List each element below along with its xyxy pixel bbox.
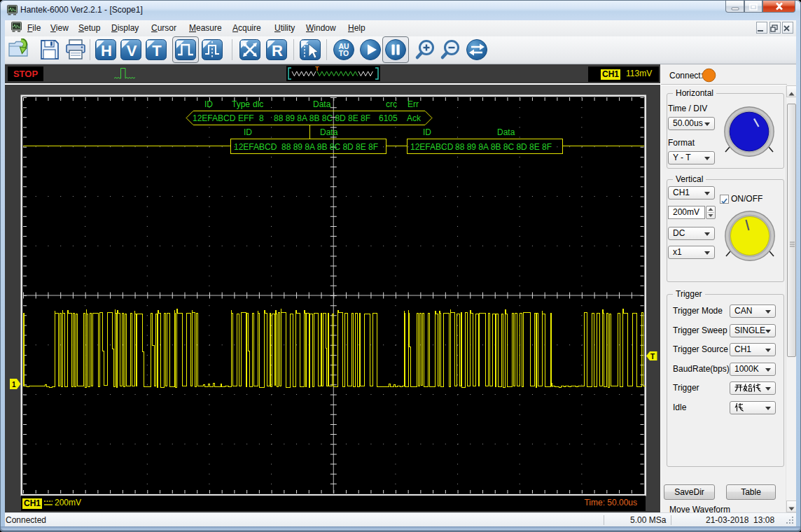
svg-text:crc: crc — [386, 99, 397, 109]
svg-text:ID: ID — [423, 127, 431, 137]
svg-text:Err: Err — [408, 99, 419, 109]
svg-text:ID: ID — [244, 127, 252, 137]
svg-text:88 89 8A 8B 8C 8D 8E 8F: 88 89 8A 8B 8C 8D 8E 8F — [455, 142, 552, 152]
svg-text:12EFABCD: 12EFABCD — [193, 113, 236, 123]
svg-text:1: 1 — [12, 381, 16, 388]
svg-text:12EFABCD: 12EFABCD — [410, 142, 454, 152]
svg-text:Data: Data — [313, 99, 331, 109]
svg-text:Data: Data — [320, 127, 338, 137]
svg-text:EFF: EFF — [238, 113, 254, 123]
svg-text:88 89 8A 8B 8C 8D 8E 8F: 88 89 8A 8B 8C 8D 8E 8F — [274, 113, 370, 123]
svg-text:Ack: Ack — [407, 113, 422, 123]
svg-text:ID: ID — [204, 99, 213, 109]
svg-text:Data: Data — [497, 127, 515, 137]
svg-text:6105: 6105 — [379, 113, 398, 123]
svg-text:8: 8 — [259, 113, 264, 123]
svg-text:12EFABCD: 12EFABCD — [234, 142, 277, 152]
svg-text:88 89 8A 8B 8C 8D 8E 8F: 88 89 8A 8B 8C 8D 8E 8F — [281, 142, 378, 152]
svg-text:T: T — [650, 353, 655, 360]
svg-text:dlc: dlc — [253, 99, 263, 109]
svg-text:Type: Type — [232, 99, 250, 109]
